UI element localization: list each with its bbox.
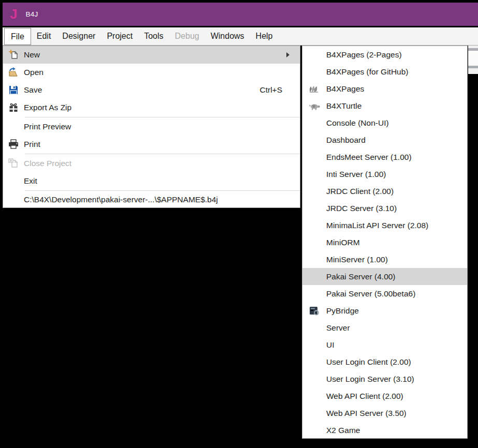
print-icon [3,136,24,153]
menu-item-close-project: Close Project [3,155,300,172]
icon-spacer [302,63,326,80]
icon-spacer [302,234,326,251]
menu-item-label: Close Project [24,159,300,168]
menu-item-label: Print Preview [24,122,300,131]
icon-spacer [302,166,326,183]
menu-item-label: B4XPages [326,84,467,94]
menu-item-label: MiniServer (1.00) [326,255,467,264]
menu-item-b4xpages-for-github[interactable]: B4XPages (for GitHub) [302,63,467,80]
menu-item-dashboard[interactable]: Dashboard [302,131,467,148]
menu-separator [25,154,300,154]
menu-item-inti-server[interactable]: Inti Server (1.00) [302,166,467,183]
menubar-item-file[interactable]: File [4,28,31,45]
menu-item-exit[interactable]: Exit [3,172,300,190]
icon-spacer [302,353,326,370]
icon-spacer [302,217,326,234]
app-logo-icon: J [10,7,17,21]
icon-spacer [302,336,326,353]
menu-item-x2-game[interactable]: X2 Game [302,422,467,439]
menu-item-miniorm[interactable]: MiniORM [302,234,467,251]
icon-spacer [302,387,326,405]
menu-item-pybridge[interactable]: PyBridge [302,302,467,319]
icon-spacer [302,46,326,63]
menu-item-label: MinimaList API Server (2.08) [326,221,467,230]
menu-item-web-api-client[interactable]: Web API Client (2.00) [302,387,467,405]
menu-item-label: New [24,50,286,59]
menu-item-user-login-server[interactable]: User Login Server (3.10) [302,370,467,387]
menu-item-miniserver[interactable]: MiniServer (1.00) [302,251,467,268]
b4xturtle-icon [302,97,326,114]
menu-item-label: Save [24,85,260,95]
menu-item-label: X2 Game [326,426,467,435]
menu-item-label: User Login Client (2.00) [326,357,467,367]
icon-spacer [302,251,326,268]
menu-item-label: Open [24,68,300,77]
menu-item-export-as-zip[interactable]: Export As Zip [3,99,300,116]
menu-item-minimalist-api-server[interactable]: MinimaList API Server (2.08) [302,217,467,234]
menubar-item-tools[interactable]: Tools [138,27,169,45]
menu-item-label: Console (Non-UI) [326,118,467,128]
menu-item-label: Pakai Server (5.00beta6) [326,289,467,298]
icon-spacer [302,268,326,285]
menu-item-print-preview[interactable]: Print Preview [3,118,300,136]
icon-spacer [302,200,326,217]
icon-spacer [302,370,326,387]
menu-item-label: C:\B4X\Development\pakai-server-...\$APP… [24,195,300,204]
titlebar: J B4J [3,3,478,26]
menu-item-console-non-ui[interactable]: Console (Non-UI) [302,114,467,131]
menubar-item-project[interactable]: Project [101,27,138,45]
menu-item-label: Exit [24,176,300,186]
menubar-item-windows[interactable]: Windows [205,27,250,45]
menubar-item-edit[interactable]: Edit [31,27,57,45]
menu-item-label: Server [326,323,467,333]
menu-item-pakai-server-4[interactable]: Pakai Server (4.00) [302,268,467,285]
menu-item-jrdc-server[interactable]: JRDC Server (3.10) [302,200,467,217]
new-file-icon [3,46,24,64]
menu-item-user-login-client[interactable]: User Login Client (2.00) [302,353,467,370]
menu-item-label: User Login Server (3.10) [326,375,467,384]
background-window-fragment [468,51,478,66]
menu-item-ui[interactable]: UI [302,336,467,353]
menubar-item-help[interactable]: Help [250,27,279,45]
background-window-fragment [468,68,478,74]
icon-spacer [302,148,326,166]
menu-item-print[interactable]: Print [3,136,300,153]
menu-item-label: Web API Server (3.50) [326,409,467,418]
menu-separator [25,190,300,191]
menu-item-b4xpages-2-pages[interactable]: B4XPages (2-Pages) [302,46,467,63]
menu-item-jrdc-client[interactable]: JRDC Client (2.00) [302,183,467,200]
icon-spacer [302,183,326,200]
menu-item-save[interactable]: SaveCtrl+S [3,81,300,99]
menu-item-recent-file[interactable]: C:\B4X\Development\pakai-server-...\$APP… [3,191,300,207]
menu-item-label: Export As Zip [24,103,300,112]
menu-item-endsmeet-server[interactable]: EndsMeet Server (1.00) [302,148,467,166]
menu-item-label: Dashboard [326,136,467,145]
icon-spacer [302,114,326,131]
menu-item-label: B4XTurtle [326,101,467,111]
icon-spacer [3,118,24,136]
icon-spacer [302,405,326,422]
shortcut-label: Ctrl+S [260,85,283,95]
menu-item-label: JRDC Client (2.00) [326,187,467,196]
menu-item-label: Inti Server (1.00) [326,170,467,179]
menu-item-web-api-server[interactable]: Web API Server (3.50) [302,405,467,422]
icon-spacer [3,191,24,207]
close-project-icon [3,155,24,172]
menu-item-pakai-server-5-beta[interactable]: Pakai Server (5.00beta6) [302,285,467,302]
icon-spacer [302,131,326,148]
menubar-item-designer[interactable]: Designer [56,27,101,45]
menu-item-label: PyBridge [326,306,467,316]
menu-item-label: MiniORM [326,238,467,247]
menu-item-server[interactable]: Server [302,319,467,336]
menubar-item-debug: Debug [169,27,205,45]
menu-item-open[interactable]: Open [3,64,300,81]
save-icon [3,81,24,99]
window-title: B4J [25,10,38,18]
menu-item-new[interactable]: New [3,46,300,64]
menu-item-label: Web API Client (2.00) [326,392,467,401]
menu-item-label: B4XPages (for GitHub) [326,67,467,77]
menu-item-b4xturtle[interactable]: B4XTurtle [302,97,467,114]
open-folder-icon [3,64,24,81]
menu-item-b4xpages[interactable]: B4XPages [302,80,467,97]
menu-item-label: EndsMeet Server (1.00) [326,153,467,162]
